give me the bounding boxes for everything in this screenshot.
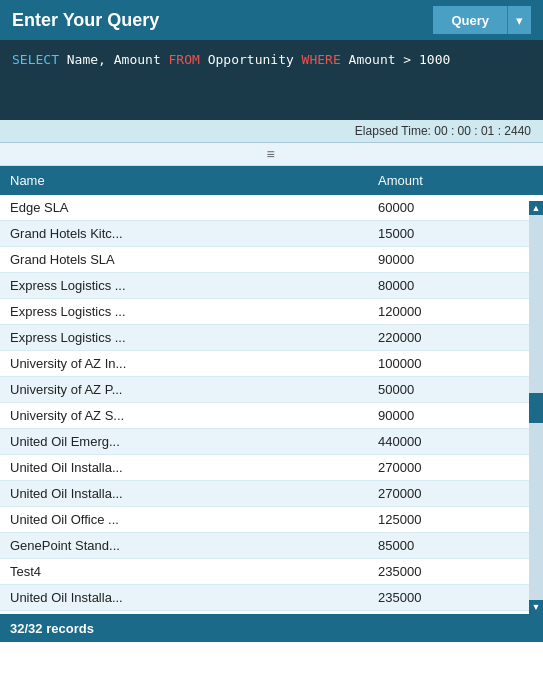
query-condition: Amount > 1000 (341, 52, 451, 67)
vertical-scrollbar[interactable]: ▲ ▼ (529, 201, 543, 614)
elapsed-label: Elapsed Time: (355, 124, 431, 138)
table-row[interactable]: GenePoint Stand...85000 (0, 533, 543, 559)
cell-name: Express Logistics ... (0, 299, 368, 325)
table-row[interactable]: Grand Hotels Kitc...15000 (0, 221, 543, 247)
header-bar: Enter Your Query Query ▾ (0, 0, 543, 40)
results-table-wrapper: Name Amount Edge SLA60000Grand Hotels Ki… (0, 166, 543, 614)
table-row[interactable]: University of AZ P...50000 (0, 377, 543, 403)
table-row[interactable]: United Oil Installa...270000 (0, 481, 543, 507)
query-btn-group: Query ▾ (433, 6, 531, 34)
cell-name: University of AZ P... (0, 377, 368, 403)
cell-name: Grand Hotels SLA (0, 247, 368, 273)
scroll-thumb[interactable] (529, 393, 543, 423)
cell-amount: 120000 (368, 299, 543, 325)
cell-amount: 90000 (368, 247, 543, 273)
cell-name: Grand Hotels Kitc... (0, 221, 368, 247)
cell-amount: 235000 (368, 585, 543, 611)
query-editor[interactable]: SELECT Name, Amount FROM Opportunity WHE… (0, 40, 543, 120)
cell-name: University of AZ In... (0, 351, 368, 377)
cell-amount: 15000 (368, 221, 543, 247)
cell-name: Edge SLA (0, 195, 368, 221)
table-row[interactable]: United Oil Installa...270000 (0, 455, 543, 481)
records-label: records (46, 621, 94, 636)
col-header-name: Name (0, 166, 368, 195)
elapsed-bar: Elapsed Time: 00 : 00 : 01 : 2440 (0, 120, 543, 143)
cell-amount: 100000 (368, 351, 543, 377)
table-header-row: Name Amount (0, 166, 543, 195)
cell-name: GenePoint Stand... (0, 533, 368, 559)
drag-handle-icon: ≡ (266, 146, 276, 162)
table-row[interactable]: Express Logistics ...80000 (0, 273, 543, 299)
keyword-where: WHERE (302, 52, 341, 67)
table-row[interactable]: Edge SLA60000 (0, 195, 543, 221)
chevron-down-icon: ▾ (516, 13, 523, 28)
cell-amount: 270000 (368, 481, 543, 507)
col-header-amount: Amount (368, 166, 543, 195)
scroll-down-button[interactable]: ▼ (529, 600, 543, 614)
page-title: Enter Your Query (12, 10, 159, 31)
table-row[interactable]: United Oil Emerg...440000 (0, 429, 543, 455)
query-button[interactable]: Query (433, 6, 507, 34)
records-count: 32/32 (10, 621, 43, 636)
table-row[interactable]: University of AZ S...90000 (0, 403, 543, 429)
keyword-select: SELECT (12, 52, 59, 67)
table-row[interactable]: Grand Hotels SLA90000 (0, 247, 543, 273)
query-dropdown-button[interactable]: ▾ (507, 6, 531, 34)
cell-name: Express Logistics ... (0, 273, 368, 299)
cell-name: United Oil Office ... (0, 507, 368, 533)
cell-name: United Oil Installa... (0, 455, 368, 481)
table-row[interactable]: United Oil Office ...125000 (0, 507, 543, 533)
cell-amount: 125000 (368, 507, 543, 533)
cell-name: University of AZ S... (0, 403, 368, 429)
keyword-from: FROM (169, 52, 200, 67)
cell-name: Express Logistics ... (0, 325, 368, 351)
cell-amount: 90000 (368, 403, 543, 429)
cell-name: United Oil Installa... (0, 481, 368, 507)
cell-amount: 235000 (368, 559, 543, 585)
cell-amount: 440000 (368, 429, 543, 455)
drag-handle[interactable]: ≡ (0, 143, 543, 166)
query-fields: Name, Amount (59, 52, 169, 67)
table-row[interactable]: Test4235000 (0, 559, 543, 585)
query-table: Opportunity (200, 52, 302, 67)
table-row[interactable]: University of AZ In...100000 (0, 351, 543, 377)
cell-amount: 60000 (368, 195, 543, 221)
elapsed-value: 00 : 00 : 01 : 2440 (434, 124, 531, 138)
results-table: Name Amount Edge SLA60000Grand Hotels Ki… (0, 166, 543, 611)
cell-amount: 85000 (368, 533, 543, 559)
scroll-up-button[interactable]: ▲ (529, 201, 543, 215)
cell-name: United Oil Emerg... (0, 429, 368, 455)
table-row[interactable]: Express Logistics ...220000 (0, 325, 543, 351)
cell-amount: 80000 (368, 273, 543, 299)
query-text: SELECT Name, Amount FROM Opportunity WHE… (12, 50, 531, 70)
table-row[interactable]: United Oil Installa...235000 (0, 585, 543, 611)
cell-amount: 50000 (368, 377, 543, 403)
cell-name: United Oil Installa... (0, 585, 368, 611)
cell-amount: 270000 (368, 455, 543, 481)
table-row[interactable]: Express Logistics ...120000 (0, 299, 543, 325)
cell-name: Test4 (0, 559, 368, 585)
cell-amount: 220000 (368, 325, 543, 351)
status-bar: 32/32 records (0, 614, 543, 642)
